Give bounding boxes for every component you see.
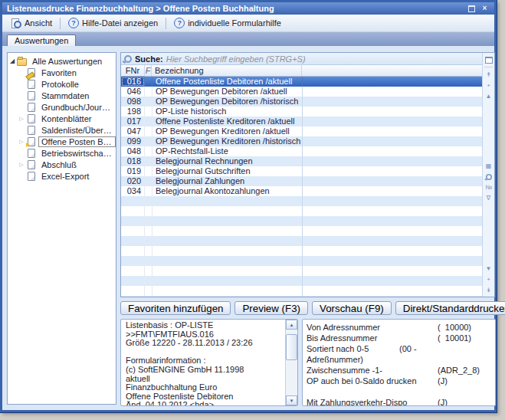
cell-f [145, 256, 152, 266]
button-1[interactable]: Favoriten hinzufügen [120, 301, 231, 315]
tree-item-favoriten[interactable]: Favoriten [8, 67, 116, 78]
table-row[interactable]: 020Belegjournal Zahlungen [121, 176, 482, 186]
panels-icon[interactable] [484, 55, 494, 64]
cell-fnr: 019 [121, 166, 145, 176]
tree-collapsed-icon[interactable]: ▷ [17, 162, 26, 168]
tree-expanded-icon[interactable]: ◢ [8, 57, 17, 64]
cell-f [145, 206, 152, 216]
cell-rest [303, 166, 482, 176]
action-buttons: Favoriten hinzufügenPreview (F3)Vorschau… [120, 301, 495, 315]
folder-icon [17, 57, 27, 66]
filter-icon[interactable]: ∇ [484, 194, 494, 203]
search-label: Suche: [135, 54, 163, 64]
toolbar-item-2[interactable]: ?Hilfe-Datei anzeigen [63, 16, 163, 30]
cell-rest [303, 216, 482, 226]
table-row[interactable]: 016Offene Postenliste Debitoren /aktuell [121, 77, 482, 87]
table-row[interactable]: 048OP-Rechtsfall-Liste [121, 146, 482, 156]
tree-item-excel-export[interactable]: Excel-Export [8, 170, 116, 182]
info-line: (c) SoftENGINE GmbH 11.1998 [126, 366, 284, 375]
numbering-icon[interactable]: № [484, 183, 494, 192]
search-input[interactable] [166, 54, 479, 64]
center-row2-icon[interactable]: + [484, 274, 494, 284]
restore-icon[interactable] [467, 4, 477, 13]
tree-item-grundbuch-journale[interactable]: Grundbuch/Journale [8, 101, 116, 113]
tree-root[interactable]: ◢Alle Auswertungen [8, 55, 116, 67]
cell-rest [303, 296, 482, 297]
cell-fnr [121, 266, 145, 276]
cell-rest [303, 107, 482, 116]
info-line: Finanzbuchhaltung Euro [126, 383, 284, 392]
table-row[interactable]: 098OP Bewegungen Debitoren /historisch [121, 97, 482, 107]
scroll-bottom-icon[interactable]: ↡ [484, 285, 494, 294]
center-row-icon[interactable]: + [484, 80, 494, 90]
cell-fnr: 099 [121, 136, 145, 146]
button-3[interactable]: Vorschau (F9) [312, 301, 392, 315]
tree-item-kontenbl-tter[interactable]: ▷Kontenblätter [8, 113, 116, 124]
cell-f [145, 266, 152, 276]
close-icon[interactable]: × [480, 4, 490, 13]
tab-auswertungen[interactable]: Auswertungen [7, 34, 76, 47]
toolbar-item-1[interactable]: Ansicht [5, 17, 57, 30]
col-header-bezeichnung[interactable]: Bezeichnung [152, 65, 302, 76]
scroll-thumb[interactable] [286, 334, 297, 360]
tree-item-stammdaten[interactable]: Stammdaten [8, 90, 116, 101]
table-row[interactable]: 198OP-Liste historisch [121, 107, 482, 116]
button-2[interactable]: Preview (F3) [234, 301, 308, 315]
table-empty-row [121, 196, 482, 206]
tree-item-betriebswirtschaftliche-auswertungen[interactable]: Betriebswirtschaftliche Auswertungen [8, 147, 116, 159]
cell-bezeichnung: Belegjournal Rechnungen [152, 156, 303, 166]
scroll-up-icon[interactable]: ▲ [286, 320, 297, 330]
table-row[interactable]: 034Belegjournal Akontozahlungen [121, 186, 482, 196]
cell-rest [303, 77, 482, 87]
table-empty-row [121, 296, 482, 297]
table-row[interactable]: 018Belegjournal Rechnungen [121, 156, 482, 166]
tree-item-abschlu-[interactable]: ▷Abschluß [8, 159, 116, 170]
toolbar-item-label: Ansicht [25, 18, 52, 28]
tree-collapsed-icon[interactable]: ▷ [17, 139, 26, 145]
scroll-down-icon[interactable]: ▼ [484, 264, 494, 273]
cell-rest [303, 266, 482, 276]
tree-item-offene-posten-buchhaltung[interactable]: ▷Offene Posten Buchhaltung [8, 136, 116, 147]
document-icon [26, 149, 36, 158]
columns-icon[interactable]: ▦ [484, 162, 494, 171]
cell-bezeichnung [152, 206, 303, 216]
param-value: (J) [438, 376, 448, 386]
tree-panel: ◢Alle AuswertungenFavoritenProtokolleSta… [7, 52, 116, 405]
scroll-track[interactable] [286, 330, 297, 395]
favorites-icon [26, 68, 36, 77]
table-row[interactable]: 047OP Bewegungen Kreditoren /aktuell [121, 126, 482, 136]
cell-bezeichnung: OP Bewegungen Kreditoren /historisch [152, 136, 303, 146]
table-empty-row [121, 226, 482, 236]
col-header-fnr[interactable]: FNr [121, 65, 145, 76]
col-header-f[interactable]: F [145, 65, 152, 76]
table-row[interactable]: 017Offene Postenliste Kreditoren /aktuel… [121, 116, 482, 126]
toolbar-item-label: Hilfe-Datei anzeigen [82, 18, 158, 28]
table-row[interactable]: 099OP Bewegungen Kreditoren /historisch [121, 136, 482, 146]
table-row[interactable]: 046OP Bewegungen Debitoren /aktuell [121, 87, 482, 97]
table-row[interactable]: 019Belegjournal Gutschriften [121, 166, 482, 176]
tree-item-protokolle[interactable]: Protokolle [8, 78, 116, 90]
tree-item-saldenliste-bersicht[interactable]: Saldenliste/Übersicht [8, 124, 116, 136]
cell-fnr [121, 226, 145, 236]
cell-f [145, 166, 152, 176]
info-scrollbar[interactable]: ▲ ▼ [285, 320, 297, 405]
button-4[interactable]: Direkt/Standarddrucker (F4) [395, 301, 505, 315]
cell-fnr [121, 286, 145, 296]
scroll-down-icon[interactable]: ▼ [286, 395, 297, 405]
cell-fnr [121, 236, 145, 246]
cell-f [145, 77, 152, 87]
cell-fnr [121, 296, 145, 297]
param-row [307, 386, 491, 397]
cell-fnr [121, 256, 145, 266]
search-icon[interactable] [484, 172, 494, 182]
param-value: ( 10000) [438, 322, 471, 333]
tree-collapsed-icon[interactable]: ▷ [17, 116, 26, 122]
cell-bezeichnung: OP Bewegungen Debitoren /historisch [152, 97, 303, 107]
cell-bezeichnung: OP-Liste historisch [152, 107, 303, 116]
cell-bezeichnung: Belegjournal Gutschriften [152, 166, 303, 176]
toolbar-item-3[interactable]: ?individuelle Formularhilfe [169, 16, 287, 30]
cell-rest [303, 186, 482, 196]
scroll-up-icon[interactable]: ▲ [484, 91, 494, 100]
scroll-top-icon[interactable]: ↟ [484, 70, 494, 79]
cell-rest [303, 206, 482, 216]
